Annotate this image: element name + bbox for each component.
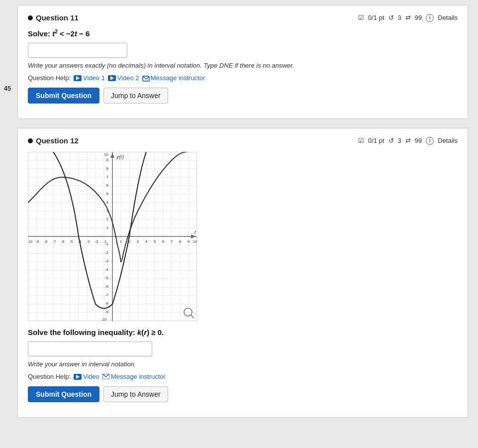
svg-text:4: 4 xyxy=(106,200,109,205)
video2-icon xyxy=(108,75,116,81)
svg-text:2: 2 xyxy=(106,217,109,222)
retry-icon-12: ↺ xyxy=(388,137,394,144)
svg-text:-8: -8 xyxy=(44,239,48,244)
svg-text:5: 5 xyxy=(106,192,109,196)
question-11-jump-button[interactable]: Jump to Answer xyxy=(103,88,168,104)
question-11-dot xyxy=(28,15,33,20)
question-11-submissions: 99 xyxy=(415,14,422,21)
svg-text:-2: -2 xyxy=(105,250,109,255)
question-12-answer-input[interactable] xyxy=(28,341,152,356)
svg-text:-3: -3 xyxy=(105,259,109,263)
question-11-block: Question 11 ☑ 0/1 pt ↺ 3 ⇄ 99 i Details xyxy=(17,5,468,119)
svg-text:-6: -6 xyxy=(105,284,109,289)
svg-text:-4: -4 xyxy=(105,267,109,272)
svg-text:7: 7 xyxy=(106,175,109,179)
svg-text:8: 8 xyxy=(179,239,182,244)
svg-text:7: 7 xyxy=(171,239,173,244)
question-12-submissions: 99 xyxy=(415,137,422,144)
question-11-body: Solve: t2 < −2t − 6 Write your answers e… xyxy=(28,29,458,104)
question-11-solve-label: Solve: t2 < −2t − 6 xyxy=(28,29,458,38)
svg-text:y(r): y(r) xyxy=(116,154,124,160)
svg-text:1: 1 xyxy=(120,239,122,244)
svg-text:-3: -3 xyxy=(86,239,90,244)
svg-text:-6: -6 xyxy=(61,239,65,244)
question-12-details-link[interactable]: Details xyxy=(438,137,458,144)
svg-text:-5: -5 xyxy=(69,239,73,244)
svg-text:-9: -9 xyxy=(35,239,39,244)
question-12-dot xyxy=(28,138,33,143)
question-12-title: Question 12 xyxy=(28,136,79,145)
video1-icon xyxy=(74,75,82,81)
question-12-jump-button[interactable]: Jump to Answer xyxy=(103,386,168,402)
svg-text:10: 10 xyxy=(193,239,197,244)
question-12-score: 0/1 pt xyxy=(368,137,384,144)
question-12-meta: ☑ 0/1 pt ↺ 3 ⇄ 99 i Details xyxy=(358,137,458,145)
question-11-video2-link[interactable]: Video 2 xyxy=(108,74,139,82)
svg-text:-8: -8 xyxy=(105,301,109,306)
svg-text:9: 9 xyxy=(188,239,190,244)
svg-text:1: 1 xyxy=(106,225,109,230)
retry-icon: ↺ xyxy=(388,14,394,21)
question-11-meta: ☑ 0/1 pt ↺ 3 ⇄ 99 i Details xyxy=(358,14,458,22)
question-12-message-link[interactable]: Message instructor xyxy=(102,373,166,380)
svg-text:6: 6 xyxy=(106,183,109,188)
score-check-icon: ☑ xyxy=(358,14,364,21)
envelope-icon-12 xyxy=(102,374,109,379)
svg-text:-1: -1 xyxy=(105,242,109,246)
question-11-retry: 3 xyxy=(398,14,401,21)
question-11-details-link[interactable]: Details xyxy=(438,14,458,21)
envelope-icon xyxy=(142,76,149,81)
question-12-video-link[interactable]: Video xyxy=(74,373,99,380)
question-11-submit-button[interactable]: Submit Question xyxy=(28,88,99,104)
question-12-body: -1 -2 -3 -4 -5 -6 -7 -8 -9 1 2 3 4 5 xyxy=(28,152,458,402)
submit-icon-12: ⇄ xyxy=(405,137,411,144)
question-12-graph: -1 -2 -3 -4 -5 -6 -7 -8 -9 1 2 3 4 5 xyxy=(28,152,197,321)
svg-text:-7: -7 xyxy=(52,239,56,244)
question-11-help: Question Help: Video 1 Video 2 xyxy=(28,74,458,82)
question-12-block: Question 12 ☑ 0/1 pt ↺ 3 ⇄ 99 i Details xyxy=(17,128,468,418)
question-11-answer-input[interactable] xyxy=(28,43,127,58)
page-number: 45 xyxy=(4,85,11,92)
question-12-solve-label: Solve the following inequality: k(r) ≥ 0… xyxy=(28,328,458,336)
svg-text:10: 10 xyxy=(104,152,108,157)
video-icon-12 xyxy=(74,374,82,380)
svg-text:4: 4 xyxy=(145,239,148,244)
svg-text:-7: -7 xyxy=(105,293,109,297)
question-12-button-row: Submit Question Jump to Answer xyxy=(28,386,458,402)
question-12-help: Question Help: Video Message instructor xyxy=(28,373,458,380)
svg-text:6: 6 xyxy=(162,239,165,244)
question-12-write-note: Write your answer in interval notation. xyxy=(28,360,458,368)
question-11-header: Question 11 ☑ 0/1 pt ↺ 3 ⇄ 99 i Details xyxy=(28,13,458,22)
svg-text:-9: -9 xyxy=(105,310,109,314)
question-11-score: 0/1 pt xyxy=(368,14,384,21)
question-12-header: Question 12 ☑ 0/1 pt ↺ 3 ⇄ 99 i Details xyxy=(28,136,458,145)
info-icon-12[interactable]: i xyxy=(426,137,434,145)
svg-text:-5: -5 xyxy=(105,276,109,280)
svg-text:-2: -2 xyxy=(95,239,98,244)
svg-text:5: 5 xyxy=(154,239,156,244)
info-icon[interactable]: i xyxy=(426,14,434,22)
submit-icon: ⇄ xyxy=(405,14,411,21)
question-11-message-link[interactable]: Message instructor xyxy=(142,74,205,82)
question-12-retry: 3 xyxy=(398,137,401,144)
question-11-write-note: Write your answers exactly (no decimals)… xyxy=(28,62,458,69)
question-12-submit-button[interactable]: Submit Question xyxy=(28,386,99,402)
question-11-title: Question 11 xyxy=(28,13,79,22)
score-check-icon-12: ☑ xyxy=(358,137,364,144)
svg-text:-10: -10 xyxy=(28,240,32,243)
svg-text:-10: -10 xyxy=(101,318,106,321)
question-11-video1-link[interactable]: Video 1 xyxy=(74,74,105,82)
question-11-button-row: Submit Question Jump to Answer xyxy=(28,88,458,104)
svg-text:3: 3 xyxy=(137,239,139,244)
svg-text:9: 9 xyxy=(106,158,109,162)
graph-svg: -1 -2 -3 -4 -5 -6 -7 -8 -9 1 2 3 4 5 xyxy=(28,152,197,321)
svg-text:8: 8 xyxy=(106,166,109,171)
